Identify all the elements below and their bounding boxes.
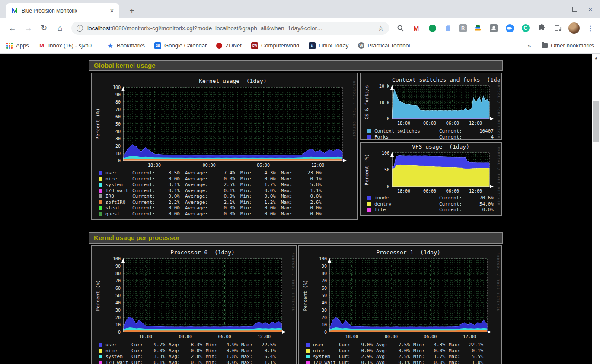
search-icon[interactable]: [395, 23, 405, 33]
profile-avatar[interactable]: [568, 22, 580, 34]
bookmark-label: Practical Technol…: [367, 42, 415, 49]
svg-text:90: 90: [115, 92, 121, 97]
legend-row: systemCurrent:3.1%Average:2.5%Min:1.7%Ma…: [92, 182, 357, 188]
linux-today-icon: lt: [309, 42, 316, 49]
svg-text:20 k: 20 k: [379, 84, 389, 89]
legend-row: Context switchesCurrent:10407: [361, 128, 501, 134]
legend-swatch: [99, 206, 102, 210]
url-text[interactable]: localhost:8080/monitorix-cgi/monitorix.c…: [87, 25, 374, 32]
back-button[interactable]: ←: [6, 22, 18, 34]
legend-row: inodeCurrent:70.6%: [361, 195, 501, 201]
context-forks-graph-panel[interactable]: 010 k20 k18:0000:0006:0012:00Context swi…: [360, 73, 502, 140]
svg-text:20: 20: [322, 315, 327, 320]
legend-row: guestCurrent:0.0%Average:0.0%Min:0.0%Max…: [92, 211, 357, 217]
svg-text:60: 60: [115, 286, 121, 291]
bookmarks-overflow-chevron[interactable]: »: [527, 42, 531, 49]
bookmark-google-calendar[interactable]: 28 Google Calendar: [154, 42, 207, 49]
legend-swatch: [99, 200, 102, 204]
legend-row: softIRQCurrent:2.2%Average:2.1%Min:1.2%M…: [92, 199, 357, 206]
page-content: Global kernel usage Kernel usage per pro…: [0, 54, 600, 364]
chart-title: VFS usage (1day): [392, 143, 489, 150]
svg-text:00:00: 00:00: [423, 189, 436, 193]
svg-text:30: 30: [115, 136, 121, 141]
svg-text:40: 40: [115, 129, 121, 134]
y-axis-label: CS & forks/s: [364, 85, 370, 119]
maximize-button[interactable]: [572, 7, 577, 12]
menu-kebab-icon[interactable]: ⋮: [585, 23, 596, 33]
zoom-icon[interactable]: [504, 23, 515, 33]
legend-swatch: [367, 202, 371, 206]
svg-text:100: 100: [319, 256, 327, 261]
legend-row: userCur:9.7%Avg:8.3%Min:4.9%Max:22.5%: [92, 342, 296, 348]
scroll-up-button[interactable]: ▲: [592, 54, 600, 61]
legend-swatch: [99, 189, 102, 193]
hangouts-icon[interactable]: [427, 23, 437, 33]
bookmark-zdnet[interactable]: ZDNet: [216, 42, 242, 49]
legend-row: I/O waitCur:0.1%Avg:0.1%Min:0.0%Max:1.0%: [299, 360, 501, 364]
address-bar[interactable]: i localhost:8080/monitorix-cgi/monitorix…: [71, 22, 389, 35]
legend-swatch: [306, 343, 310, 347]
r-extension-icon[interactable]: R: [459, 24, 467, 32]
bookmark-bookmarks[interactable]: ★ Bookmarks: [107, 42, 145, 49]
forward-button[interactable]: →: [22, 22, 34, 34]
vfs-usage-graph-panel[interactable]: 05010018:0000:0006:0012:00VFS usage (1da…: [360, 142, 502, 216]
minimize-button[interactable]: –: [558, 6, 561, 13]
kernel-usage-graph-panel[interactable]: 010203040506070809010018:0000:0006:0012:…: [91, 73, 358, 220]
gmail-icon[interactable]: M: [411, 23, 421, 33]
svg-text:0: 0: [387, 117, 389, 121]
bookmark-apps[interactable]: Apps: [6, 42, 29, 49]
other-bookmarks[interactable]: Other bookmarks: [542, 42, 594, 49]
site-info-icon[interactable]: i: [77, 25, 83, 32]
legend-swatch: [99, 349, 102, 353]
svg-text:0: 0: [387, 184, 389, 189]
svg-text:100: 100: [113, 256, 121, 261]
svg-text:0: 0: [324, 330, 327, 335]
y-axis-label: Percent (%): [364, 154, 370, 186]
books-icon[interactable]: [472, 23, 483, 33]
processor0-graph-panel[interactable]: 010203040506070809010018:0000:0006:0012:…: [91, 245, 297, 364]
svg-text:60: 60: [322, 286, 327, 291]
bookmark-inbox[interactable]: M Inbox (16) - sjvn0…: [38, 42, 97, 49]
chart-title: Processor 0 (1day): [123, 249, 282, 256]
reload-button[interactable]: ↻: [38, 22, 50, 34]
legend-row: systemCur:2.9%Avg:2.5%Min:1.7%Max:5.5%: [299, 354, 501, 360]
legend-swatch: [306, 355, 310, 358]
grammarly-icon[interactable]: G: [520, 23, 531, 33]
home-button[interactable]: ⌂: [54, 22, 66, 34]
processor1-graph-panel[interactable]: 010203040506070809010018:0000:0006:0012:…: [298, 245, 502, 364]
bookmark-linux-today[interactable]: lt Linux Today: [309, 42, 348, 49]
legend-row: stealCurrent:0.0%Average:0.0%Min:0.0%Max…: [92, 205, 357, 211]
chart-legend: Context switchesCurrent:10407ForksCurren…: [361, 128, 501, 140]
bookmark-computerworld[interactable]: CW Computerworld: [251, 42, 299, 49]
bookmark-practical-technology[interactable]: W Practical Technol…: [358, 42, 415, 49]
legend-row: fileCurrent:0.0%: [361, 207, 501, 213]
reading-list-icon[interactable]: [552, 23, 563, 33]
svg-text:100: 100: [382, 151, 389, 155]
copy-pages-icon[interactable]: [443, 23, 453, 33]
session-icon[interactable]: [488, 23, 499, 33]
svg-text:06:00: 06:00: [446, 189, 459, 193]
close-button[interactable]: ×: [588, 6, 592, 13]
tab-close-icon[interactable]: ×: [108, 7, 116, 15]
browser-tab[interactable]: Blue Precision Monitorix ×: [6, 3, 119, 18]
svg-text:06:00: 06:00: [446, 121, 459, 126]
section-header-kernel-usage-per-processor: Kernel usage per processor: [89, 232, 503, 244]
rrdtool-watermark: RRDTOOL / TOBI OETIKER: [352, 81, 356, 140]
legend-swatch: [367, 208, 371, 212]
titlebar: Blue Precision Monitorix × + – ×: [0, 0, 600, 18]
extensions-puzzle-icon[interactable]: [536, 23, 547, 33]
bookmark-star-icon[interactable]: ☆: [378, 24, 384, 32]
legend-row: I/O waitCur:0.1%Avg:0.1%Min:0.0%Max:1.1%: [92, 360, 296, 364]
gmail-icon: M: [38, 42, 45, 49]
chart-legend: userCurrent:8.5%Average:7.4%Min:4.3%Max:…: [92, 170, 357, 217]
legend-row: userCurrent:8.5%Average:7.4%Min:4.3%Max:…: [92, 170, 357, 176]
svg-text:06:00: 06:00: [218, 334, 231, 339]
y-axis-label: Percent (%): [95, 280, 101, 311]
svg-text:70: 70: [115, 279, 121, 283]
scrollbar[interactable]: ▲: [592, 54, 600, 364]
scrollbar-thumb[interactable]: [593, 101, 599, 142]
svg-text:30: 30: [322, 308, 327, 313]
new-tab-button[interactable]: +: [126, 5, 137, 16]
svg-text:50: 50: [384, 168, 389, 172]
svg-text:12:00: 12:00: [311, 163, 324, 168]
